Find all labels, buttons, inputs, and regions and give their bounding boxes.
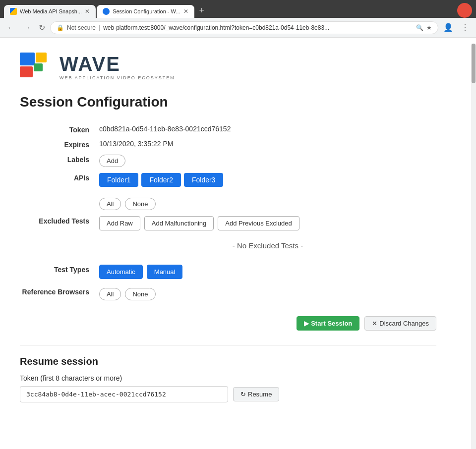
tab-favicon-config xyxy=(103,8,110,15)
play-icon: ▶ xyxy=(304,320,309,327)
test-types-label: Test Types xyxy=(20,265,99,274)
x-icon: ✕ xyxy=(372,320,377,327)
resume-icon: ↻ xyxy=(240,391,246,398)
url-text: web-platform.test:8000/_wave/configurati… xyxy=(103,24,413,31)
excluded-tests-row: Excluded Tests Add Raw Add Malfunctionin… xyxy=(20,213,436,259)
resume-title: Resume session xyxy=(20,356,436,367)
ref-all-button[interactable]: All xyxy=(99,288,121,300)
scrollbar-thumb[interactable] xyxy=(472,44,476,83)
logo-main-text: WAVE xyxy=(60,53,175,75)
api-all-none-row: All None xyxy=(20,195,436,213)
ref-browsers-buttons: All None xyxy=(99,285,436,303)
logo-sub-text: WEB APPLICATION VIDEO ECOSYSTEM xyxy=(60,75,175,80)
browser-tabs-bar: Web Media API Snapsh... ✕ Session Config… xyxy=(0,0,476,18)
bookmark-icon[interactable]: ★ xyxy=(426,24,432,31)
logo-area: WAVE WEB APPLICATION VIDEO ECOSYSTEM xyxy=(20,53,436,80)
add-malfunctioning-button[interactable]: Add Malfunctioning xyxy=(144,216,214,230)
action-buttons: ▶ Start Session ✕ Discard Changes xyxy=(20,316,436,331)
resume-button[interactable]: ↻ Resume xyxy=(233,387,279,401)
api-folders-list: Folder1 Folder2 Folder3 xyxy=(99,173,436,187)
scrollbar-track xyxy=(471,44,476,422)
excluded-tests-value: Add Raw Add Malfunctioning Add Previous … xyxy=(99,216,436,256)
add-previous-excluded-button[interactable]: Add Previous Excluded xyxy=(218,216,299,230)
menu-button[interactable]: ⋮ xyxy=(458,21,472,34)
page-wrapper: WAVE WEB APPLICATION VIDEO ECOSYSTEM Ses… xyxy=(0,38,476,422)
expires-row: Expires 10/13/2020, 3:35:22 PM xyxy=(20,137,436,152)
tab-list: Web Media API Snapsh... ✕ Session Config… xyxy=(4,3,453,18)
tab-favicon-wave xyxy=(10,8,17,15)
test-types-buttons: Automatic Manual xyxy=(99,265,436,279)
manual-button[interactable]: Manual xyxy=(147,265,183,279)
resume-token-row: ↻ Resume xyxy=(20,386,436,402)
discard-changes-label: Discard Changes xyxy=(379,320,429,327)
wave-logo-icon xyxy=(20,53,55,80)
expires-label: Expires xyxy=(20,140,99,149)
tab-web-media[interactable]: Web Media API Snapsh... ✕ xyxy=(4,5,96,18)
automatic-button[interactable]: Automatic xyxy=(99,265,143,279)
excluded-tests-label: Excluded Tests xyxy=(20,216,99,225)
close-browser-button[interactable] xyxy=(457,3,472,18)
labels-value: Add xyxy=(99,155,436,167)
logo-text: WAVE WEB APPLICATION VIDEO ECOSYSTEM xyxy=(60,53,175,80)
start-session-label: Start Session xyxy=(311,320,352,327)
tab-title-web-media: Web Media API Snapsh... xyxy=(20,8,82,14)
svg-rect-2 xyxy=(20,66,33,77)
expires-value: 10/13/2020, 3:35:22 PM xyxy=(99,140,436,148)
new-tab-button[interactable]: + xyxy=(195,3,209,18)
apis-value: Folder1 Folder2 Folder3 xyxy=(99,173,436,187)
tab-session-config[interactable]: Session Configuration - W... ✕ xyxy=(97,5,194,18)
excluded-buttons-group: Add Raw Add Malfunctioning Add Previous … xyxy=(99,216,436,230)
test-types-value: Automatic Manual xyxy=(99,265,436,279)
reference-browsers-label: Reference Browsers xyxy=(20,285,99,296)
apis-label: APIs xyxy=(20,173,99,182)
address-bar[interactable]: 🔒 Not secure | web-platform.test:8000/_w… xyxy=(50,21,438,34)
svg-rect-0 xyxy=(20,53,35,65)
token-row: Token c0bd821a-0d54-11eb-8e83-0021ccd761… xyxy=(20,122,436,137)
profile-button[interactable]: 👤 xyxy=(440,21,456,34)
forward-button[interactable]: → xyxy=(20,21,34,34)
ref-none-button[interactable]: None xyxy=(125,288,155,300)
config-table: Token c0bd821a-0d54-11eb-8e83-0021ccd761… xyxy=(20,122,436,190)
browser-navigation: ← → ↻ 🔒 Not secure | web-platform.test:8… xyxy=(0,18,476,38)
reference-browsers-row: Reference Browsers All None xyxy=(20,282,436,306)
labels-row: Labels Add xyxy=(20,152,436,170)
api-folder-3[interactable]: Folder3 xyxy=(184,173,223,187)
add-raw-button[interactable]: Add Raw xyxy=(99,216,140,230)
resume-token-label: Token (first 8 characters or more) xyxy=(20,374,436,382)
security-icon: 🔒 xyxy=(57,24,64,31)
api-folder-2[interactable]: Folder2 xyxy=(141,173,180,187)
tab-title-session-config: Session Configuration - W... xyxy=(113,8,180,14)
token-value: c0bd821a-0d54-11eb-8e83-0021ccd76152 xyxy=(99,125,436,133)
page-content: WAVE WEB APPLICATION VIDEO ECOSYSTEM Ses… xyxy=(0,38,456,422)
resume-button-label: Resume xyxy=(248,391,272,398)
labels-label: Labels xyxy=(20,155,99,164)
apis-row: APIs Folder1 Folder2 Folder3 xyxy=(20,170,436,190)
resume-section: Resume session Token (first 8 characters… xyxy=(20,345,436,402)
search-icon: 🔍 xyxy=(416,24,423,31)
svg-rect-3 xyxy=(34,63,43,71)
add-label-button[interactable]: Add xyxy=(99,155,125,167)
reference-browsers-value: All None xyxy=(99,285,436,303)
api-none-button[interactable]: None xyxy=(125,198,155,210)
api-all-button[interactable]: All xyxy=(99,198,121,210)
no-excluded-text: - No Excluded Tests - xyxy=(99,235,436,256)
token-label: Token xyxy=(20,125,99,134)
back-button[interactable]: ← xyxy=(4,21,18,34)
page-title: Session Configuration xyxy=(20,94,436,110)
security-label: Not secure xyxy=(67,24,96,31)
resume-token-input[interactable] xyxy=(20,386,228,402)
tab-close-session-config[interactable]: ✕ xyxy=(183,8,188,15)
test-types-row: Test Types Automatic Manual xyxy=(20,262,436,282)
svg-rect-1 xyxy=(36,53,47,62)
api-folder-1[interactable]: Folder1 xyxy=(99,173,138,187)
start-session-button[interactable]: ▶ Start Session xyxy=(297,316,359,331)
reload-button[interactable]: ↻ xyxy=(36,21,48,34)
discard-changes-button[interactable]: ✕ Discard Changes xyxy=(364,316,436,331)
tab-close-web-media[interactable]: ✕ xyxy=(85,8,90,15)
